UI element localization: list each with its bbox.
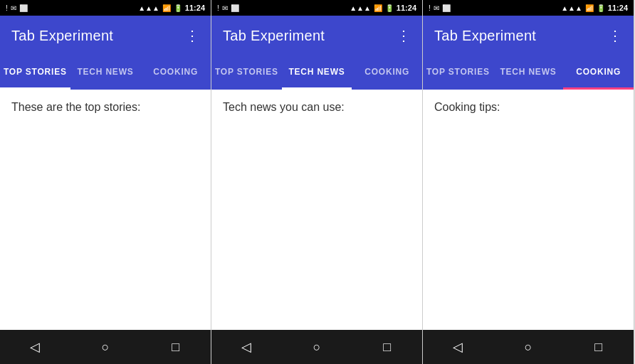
battery-icon-2: 🔋 (385, 4, 394, 12)
back-button-1[interactable]: ◁ (21, 333, 49, 361)
content-text-3: Cooking tips: (434, 101, 500, 113)
tab-cooking-label-3: COOKING (576, 67, 621, 77)
tab-cooking-2[interactable]: COOKING (352, 55, 422, 88)
message-icon-1: ✉ (11, 4, 16, 12)
more-menu-button-3[interactable]: ⋮ (608, 27, 622, 44)
tab-top-stories-3[interactable]: TOP STORIES (423, 55, 493, 88)
signal-icon-1: ▲▲▲ (138, 4, 159, 12)
recent-button-2[interactable]: □ (373, 333, 402, 361)
tab-bar-2: TOP STORIES TECH NEWS COOKING (211, 55, 422, 90)
usb-icon-3: ⬜ (442, 4, 451, 12)
tab-top-stories-1[interactable]: TOP STORIES (0, 55, 70, 88)
battery-icon-1: 🔋 (174, 4, 182, 12)
status-bar-left-3: ! ✉ ⬜ (429, 4, 451, 12)
status-time-2: 11:24 (397, 4, 416, 12)
wifi-icon-3: 📶 (585, 4, 594, 12)
status-bar-2: ! ✉ ⬜ ▲▲▲ 📶 🔋 11:24 (211, 0, 422, 16)
home-button-3[interactable]: ○ (514, 333, 542, 361)
usb-icon-2: ⬜ (231, 4, 239, 12)
message-icon-3: ✉ (434, 4, 439, 12)
phone-3: ! ✉ ⬜ ▲▲▲ 📶 🔋 11:24 Tab Experiment ⋮ TOP… (423, 0, 634, 364)
tab-bar-3: TOP STORIES TECH NEWS COOKING (423, 55, 634, 90)
tab-tech-news-3[interactable]: TECH NEWS (493, 55, 564, 88)
tab-tech-news-label-2: TECH NEWS (288, 67, 345, 77)
signal-icon-2: ▲▲▲ (350, 4, 371, 12)
app-title-2: Tab Experiment (223, 28, 325, 44)
status-bar-right-1: ▲▲▲ 📶 🔋 11:24 (138, 4, 205, 12)
content-text-1: These are the top stories: (11, 101, 140, 113)
content-area-1: These are the top stories: (0, 90, 211, 330)
battery-icon-3: 🔋 (597, 4, 605, 12)
tab-top-stories-2[interactable]: TOP STORIES (211, 55, 282, 88)
tab-tech-news-1[interactable]: TECH NEWS (70, 55, 141, 88)
wifi-icon-2: 📶 (374, 4, 382, 12)
app-bar-1: Tab Experiment ⋮ (0, 16, 211, 55)
tab-cooking-label-2: COOKING (364, 67, 409, 77)
content-text-2: Tech news you can use: (223, 101, 345, 113)
app-bar-3: Tab Experiment ⋮ (423, 16, 634, 55)
tab-cooking-label-1: COOKING (153, 67, 198, 77)
recent-button-1[interactable]: □ (162, 333, 190, 361)
recent-button-3[interactable]: □ (584, 333, 613, 361)
tab-bar-1: TOP STORIES TECH NEWS COOKING (0, 55, 211, 90)
phone-1: ! ✉ ⬜ ▲▲▲ 📶 🔋 11:24 Tab Experiment ⋮ TOP… (0, 0, 211, 364)
app-bar-2: Tab Experiment ⋮ (211, 16, 422, 55)
status-bar-right-2: ▲▲▲ 📶 🔋 11:24 (350, 4, 416, 12)
content-area-3: Cooking tips: (423, 90, 634, 330)
status-bar-right-3: ▲▲▲ 📶 🔋 11:24 (561, 4, 628, 12)
status-bar-3: ! ✉ ⬜ ▲▲▲ 📶 🔋 11:24 (423, 0, 634, 16)
tab-cooking-1[interactable]: COOKING (140, 55, 211, 88)
app-title-3: Tab Experiment (434, 28, 536, 44)
more-menu-button-2[interactable]: ⋮ (397, 27, 411, 44)
more-menu-button-1[interactable]: ⋮ (185, 27, 199, 44)
tab-tech-news-label-1: TECH NEWS (77, 67, 133, 77)
wifi-icon-1: 📶 (162, 4, 171, 12)
content-area-2: Tech news you can use: (211, 90, 422, 330)
tab-cooking-3[interactable]: COOKING (563, 55, 634, 88)
tab-top-stories-label-2: TOP STORIES (215, 67, 278, 77)
nav-bar-1: ◁ ○ □ (0, 330, 211, 364)
nav-bar-2: ◁ ○ □ (211, 330, 422, 364)
back-button-2[interactable]: ◁ (232, 333, 261, 361)
back-button-3[interactable]: ◁ (444, 333, 472, 361)
nav-bar-3: ◁ ○ □ (423, 330, 634, 364)
tab-top-stories-label-3: TOP STORIES (426, 67, 490, 77)
phone-2: ! ✉ ⬜ ▲▲▲ 📶 🔋 11:24 Tab Experiment ⋮ TOP… (211, 0, 423, 364)
status-time-3: 11:24 (608, 4, 628, 12)
message-icon-2: ✉ (222, 4, 228, 12)
home-button-2[interactable]: ○ (303, 333, 331, 361)
status-bar-left-2: ! ✉ ⬜ (217, 4, 239, 12)
tab-tech-news-label-3: TECH NEWS (500, 67, 556, 77)
status-time-1: 11:24 (185, 4, 205, 12)
status-bar-1: ! ✉ ⬜ ▲▲▲ 📶 🔋 11:24 (0, 0, 211, 16)
alert-icon-2: ! (217, 4, 219, 12)
signal-icon-3: ▲▲▲ (561, 4, 582, 12)
app-title-1: Tab Experiment (11, 28, 113, 44)
tab-tech-news-2[interactable]: TECH NEWS (282, 55, 352, 88)
tab-top-stories-label-1: TOP STORIES (4, 67, 67, 77)
usb-icon-1: ⬜ (19, 4, 28, 12)
status-bar-left-1: ! ✉ ⬜ (6, 4, 28, 12)
alert-icon-1: ! (6, 4, 8, 12)
alert-icon-3: ! (429, 4, 431, 12)
home-button-1[interactable]: ○ (91, 333, 120, 361)
